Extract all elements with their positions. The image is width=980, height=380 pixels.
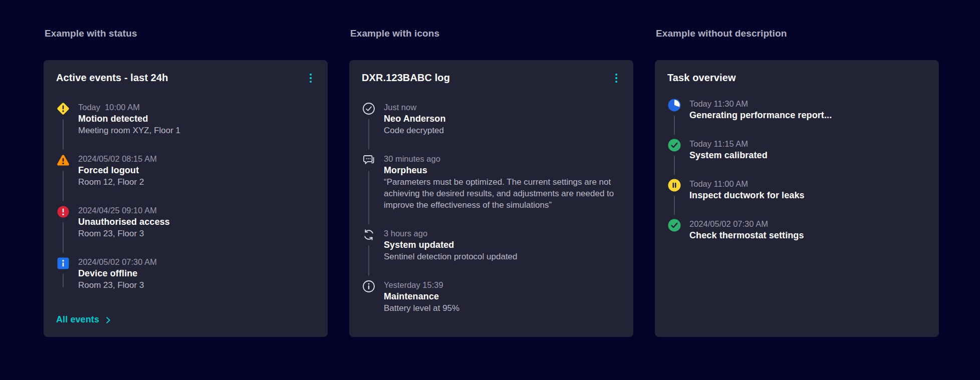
event-title: Neo Anderson bbox=[384, 113, 446, 125]
timeline-connector bbox=[368, 119, 369, 150]
event-description: Sentinel detection protocol updated bbox=[384, 251, 518, 262]
event-title: System calibrated bbox=[689, 149, 768, 161]
event-list: Today 10:00 AM Motion detected Meeting r… bbox=[56, 102, 316, 291]
event-content: Just now Neo Anderson Code decrypted bbox=[384, 102, 446, 153]
event-title: Forced logout bbox=[78, 164, 157, 176]
card-header: Task overview bbox=[667, 71, 927, 84]
event-list-item: 2024/05/02 07:30 AM Device offline Room … bbox=[56, 256, 316, 291]
event-rail bbox=[667, 138, 681, 178]
event-content: 2024/05/02 07:30 AM Device offline Room … bbox=[78, 256, 157, 291]
event-content: 3 hours ago System updated Sentinel dete… bbox=[384, 228, 518, 279]
event-timestamp: 2024/05/02 07:30 AM bbox=[78, 256, 157, 267]
event-content: Yesterday 15:39 Maintenance Battery leve… bbox=[384, 279, 459, 314]
event-rail bbox=[667, 178, 681, 218]
event-list: Today 11:30 AM Generating performance re… bbox=[667, 98, 927, 241]
event-list-item: 30 minutes ago Morpheus “Parameters must… bbox=[362, 153, 621, 228]
chevron-right-icon bbox=[106, 316, 111, 324]
section-heading: Example with icons bbox=[350, 28, 633, 39]
chat-bubble-outline-icon bbox=[362, 153, 376, 167]
section: Example without description Task overvie… bbox=[655, 28, 939, 337]
card-title: Active events - last 24h bbox=[56, 71, 168, 84]
event-timestamp: 2024/05/02 08:15 AM bbox=[78, 153, 157, 164]
event-title: Inspect ductwork for leaks bbox=[689, 189, 805, 201]
event-list-card: Task overview Today 11:30 AM Generating … bbox=[655, 60, 939, 337]
sections-root: Example with status Active events - last… bbox=[44, 28, 939, 337]
page: Example with status Active events - last… bbox=[0, 0, 980, 337]
section-heading: Example with status bbox=[45, 28, 328, 39]
kebab-menu-button[interactable] bbox=[304, 70, 318, 88]
event-list-card: DXR.123BABC log Just now Neo An bbox=[349, 60, 633, 337]
event-content: 2024/05/02 07:30 AM Check thermostat set… bbox=[689, 218, 804, 241]
success-check-icon bbox=[667, 138, 681, 152]
event-description: Room 23, Floor 3 bbox=[78, 279, 157, 291]
alarm-triangle-icon bbox=[56, 153, 70, 167]
event-timestamp: 2024/05/02 07:30 AM bbox=[689, 218, 804, 229]
info-circle-outline-icon bbox=[362, 279, 376, 293]
kebab-menu-icon bbox=[610, 71, 622, 87]
check-circle-outline-icon bbox=[362, 102, 376, 116]
all-events-link[interactable]: All events bbox=[56, 314, 111, 325]
event-content: Today 11:00 AM Inspect ductwork for leak… bbox=[689, 178, 805, 218]
event-title: Device offline bbox=[78, 267, 157, 279]
timeline-connector bbox=[674, 156, 675, 175]
event-content: 2024/04/25 09:10 AM Unauthorised access … bbox=[78, 205, 170, 256]
event-list-item: 2024/05/02 07:30 AM Check thermostat set… bbox=[667, 218, 927, 241]
event-list: Just now Neo Anderson Code decrypted 30 … bbox=[362, 102, 621, 314]
event-timestamp: Today 10:00 AM bbox=[78, 102, 180, 113]
event-timestamp: Today 11:15 AM bbox=[689, 138, 768, 149]
section: Example with status Active events - last… bbox=[44, 28, 328, 337]
kebab-menu-icon bbox=[305, 71, 317, 87]
timeline-connector bbox=[63, 222, 64, 253]
event-timestamp: Yesterday 15:39 bbox=[384, 279, 459, 290]
event-list-card: Active events - last 24h Today 10:00 bbox=[44, 60, 328, 337]
event-list-item: Just now Neo Anderson Code decrypted bbox=[362, 102, 621, 153]
event-content: 2024/05/02 08:15 AM Forced logout Room 1… bbox=[78, 153, 157, 205]
event-title: System updated bbox=[384, 239, 518, 251]
timeline-connector bbox=[368, 171, 369, 224]
info-square-icon bbox=[56, 256, 70, 270]
paused-circle-icon bbox=[667, 178, 681, 192]
event-rail bbox=[362, 102, 376, 153]
event-content: Today 10:00 AM Motion detected Meeting r… bbox=[78, 102, 180, 153]
error-circle-icon bbox=[56, 205, 70, 219]
event-rail bbox=[362, 279, 376, 314]
event-title: Unauthorised access bbox=[78, 216, 170, 228]
event-rail bbox=[56, 153, 70, 205]
event-rail bbox=[56, 102, 70, 153]
event-content: Today 11:30 AM Generating performance re… bbox=[689, 98, 832, 138]
event-list-item: 2024/04/25 09:10 AM Unauthorised access … bbox=[56, 205, 316, 256]
event-rail bbox=[56, 205, 70, 256]
all-events-label: All events bbox=[56, 314, 99, 325]
event-description: Meeting room XYZ, Floor 1 bbox=[78, 125, 180, 136]
event-title: Check thermostat settings bbox=[689, 229, 804, 241]
event-rail bbox=[56, 256, 70, 291]
event-title: Maintenance bbox=[384, 290, 459, 302]
event-content: 30 minutes ago Morpheus “Parameters must… bbox=[384, 153, 621, 228]
timeline-connector bbox=[368, 245, 369, 276]
event-description: “Parameters must be optimized. The curre… bbox=[384, 176, 621, 211]
timeline-connector bbox=[674, 116, 675, 135]
timeline-connector bbox=[63, 119, 64, 150]
event-list-item: Today 11:00 AM Inspect ductwork for leak… bbox=[667, 178, 927, 218]
kebab-menu-button[interactable] bbox=[609, 70, 623, 88]
event-rail bbox=[667, 218, 681, 241]
warning-diamond-icon bbox=[56, 102, 70, 116]
event-rail bbox=[667, 98, 681, 138]
event-description: Code decrypted bbox=[384, 125, 446, 136]
refresh-outline-icon bbox=[362, 228, 376, 242]
event-list-item: Today 10:00 AM Motion detected Meeting r… bbox=[56, 102, 316, 153]
event-title: Motion detected bbox=[78, 113, 180, 125]
timeline-connector bbox=[63, 171, 64, 201]
event-title: Generating performance report... bbox=[689, 109, 832, 121]
section: Example with icons DXR.123BABC log bbox=[349, 28, 633, 337]
card-title: DXR.123BABC log bbox=[362, 71, 450, 84]
event-list-item: 3 hours ago System updated Sentinel dete… bbox=[362, 228, 621, 279]
event-timestamp: 30 minutes ago bbox=[384, 153, 621, 164]
event-title: Morpheus bbox=[384, 164, 621, 176]
timeline-connector bbox=[63, 274, 64, 287]
timeline-connector bbox=[674, 196, 675, 215]
event-description: Room 12, Floor 2 bbox=[78, 176, 157, 188]
event-list-item: Today 11:15 AM System calibrated bbox=[667, 138, 927, 178]
section-heading: Example without description bbox=[656, 28, 939, 39]
event-list-item: Today 11:30 AM Generating performance re… bbox=[667, 98, 927, 138]
